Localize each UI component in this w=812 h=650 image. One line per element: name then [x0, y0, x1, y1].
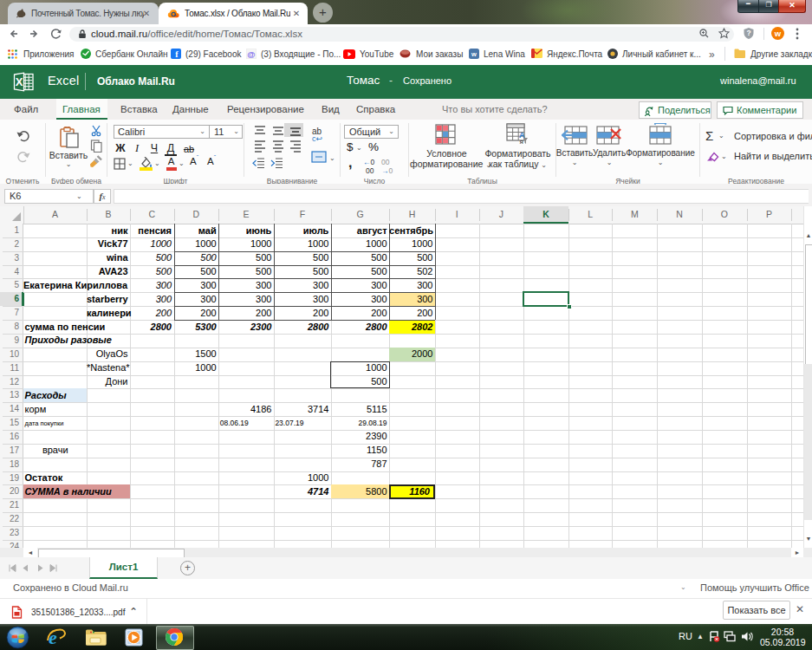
svg-text:X: X	[16, 75, 23, 88]
svg-text:w: w	[471, 50, 477, 58]
svg-text:?: ?	[746, 29, 750, 37]
svg-text:@: @	[247, 49, 255, 59]
